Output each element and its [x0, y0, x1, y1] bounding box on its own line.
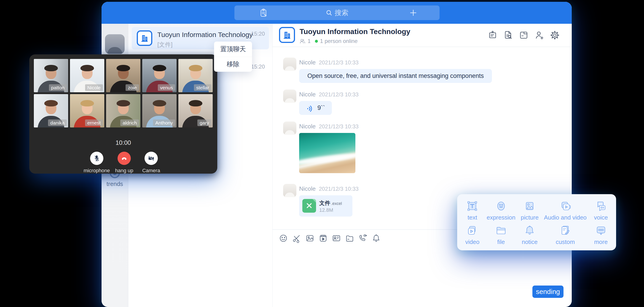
participant-tile[interactable]: zoie	[106, 59, 140, 92]
add-member-icon[interactable]	[534, 30, 544, 40]
participant-tile[interactable]: venus	[142, 59, 176, 92]
panel-item-picture[interactable]: picture	[516, 198, 544, 222]
microphone-muted-icon[interactable]	[90, 152, 103, 165]
chat-history-search-icon[interactable]	[503, 30, 514, 40]
participant-tile[interactable]: ernest	[70, 94, 104, 127]
settings-gear-icon[interactable]	[550, 30, 560, 40]
sender-avatar[interactable]	[283, 121, 296, 135]
panel-item-voice[interactable]: voice	[586, 198, 615, 222]
text-message-bubble[interactable]: Open source, free, and universal instant…	[299, 69, 492, 83]
panel-item-notice[interactable]: notice	[516, 222, 544, 247]
panel-item-text[interactable]: text	[458, 198, 487, 222]
participant-name: aldrich	[120, 119, 139, 126]
panel-item-file[interactable]: file	[487, 222, 516, 247]
message-meta: Nicole 2021/12/3 10:33	[299, 59, 358, 66]
voice-message-bubble[interactable]: 9``	[299, 101, 332, 115]
sender-avatar[interactable]	[283, 89, 296, 103]
emoji-icon[interactable]	[278, 234, 288, 243]
chat-title: Tuoyun Information Technology	[300, 27, 410, 36]
message-meta: Nicole 2021/12/3 10:33	[299, 91, 358, 98]
sender-name: Nicole	[299, 59, 316, 66]
participant-name: Anthony	[153, 119, 175, 126]
contact-card-icon[interactable]	[332, 234, 341, 243]
online-dot	[315, 40, 318, 43]
participant-name: zoie	[126, 84, 139, 91]
more-icon	[594, 224, 608, 237]
menu-item-remove[interactable]: 移除	[214, 57, 252, 72]
conversation-time: 15:20	[251, 63, 265, 70]
file-message-card[interactable]: ✕ 文件.excel 12.8M	[299, 195, 352, 217]
camera-label: Camera	[142, 168, 160, 174]
sender-avatar[interactable]	[283, 57, 296, 71]
plus-icon[interactable]	[409, 8, 418, 17]
image-message-thumbnail[interactable]	[299, 133, 356, 173]
online-status: 1 person online	[320, 38, 358, 44]
search-bar[interactable]: 搜索	[234, 5, 440, 20]
screenshot-scissors-icon[interactable]	[292, 234, 302, 243]
participant-tile[interactable]: Nicole	[70, 59, 104, 92]
organization-icon	[137, 30, 152, 46]
panel-item-expression[interactable]: expression	[487, 198, 516, 222]
participant-tile[interactable]: Anthony	[142, 94, 176, 127]
file-size: 12.8M	[319, 207, 333, 213]
search-placeholder: 搜索	[335, 8, 348, 17]
my-avatar[interactable]	[105, 34, 125, 54]
message-time: 2021/12/3 10:33	[319, 123, 358, 130]
group-notice-icon[interactable]	[487, 30, 498, 40]
audio-video-call-icon[interactable]	[358, 234, 368, 243]
panel-item-label: text	[468, 215, 477, 220]
notice-bell-icon[interactable]	[372, 234, 381, 243]
group-file-icon[interactable]	[518, 30, 529, 40]
send-file-icon[interactable]	[345, 234, 354, 243]
participant-name: venus	[158, 84, 175, 91]
voice-duration: 9``	[318, 104, 325, 111]
sender-avatar[interactable]	[283, 184, 296, 197]
topbar: 搜索	[102, 2, 572, 24]
participant-name: patton	[49, 84, 67, 91]
participant-tile[interactable]: stellar	[178, 59, 213, 92]
file-icon	[495, 224, 508, 237]
sender-name: Nicole	[299, 91, 316, 98]
camera-off-icon[interactable]	[144, 152, 158, 165]
expression-icon	[495, 200, 508, 212]
custom-icon	[559, 224, 572, 237]
call-timer: 10:00	[29, 139, 217, 146]
participant-tile[interactable]: gary	[178, 94, 213, 127]
panel-item-more[interactable]: more	[586, 222, 615, 247]
participant-tile[interactable]: aldrich	[106, 94, 140, 127]
send-button[interactable]: sending	[532, 286, 564, 298]
panel-item-video[interactable]: video	[458, 222, 487, 247]
camera-control[interactable]: Camera	[133, 152, 170, 174]
picture-icon	[523, 200, 536, 212]
panel-item-custom[interactable]: custom	[544, 222, 586, 247]
trends-label: trends	[106, 180, 123, 188]
panel-item-label: file	[497, 239, 505, 245]
voice-icon	[594, 200, 608, 212]
hangup-icon[interactable]	[118, 152, 131, 165]
video-call-overlay: patton Nicole zoie venus stellar danika …	[29, 54, 217, 174]
audio-video-icon	[559, 200, 572, 212]
panel-item-audio-video[interactable]: Audio and video	[544, 198, 586, 222]
search-icon	[326, 9, 332, 16]
group-icon	[279, 27, 295, 43]
participant-name: stellar	[194, 84, 211, 91]
send-picture-icon[interactable]	[305, 234, 315, 243]
sender-name: Nicole	[299, 185, 316, 192]
participant-tile[interactable]: patton	[34, 59, 68, 92]
participant-name: ernest	[85, 119, 103, 126]
participant-grid: patton Nicole zoie venus stellar danika …	[34, 59, 213, 127]
sender-name: Nicole	[299, 123, 316, 130]
send-video-icon[interactable]	[318, 234, 328, 243]
file-name: 文件	[319, 200, 330, 206]
members-icon	[300, 38, 306, 44]
message-time: 2021/12/3 10:33	[319, 186, 358, 192]
chat-header-actions	[487, 30, 560, 40]
panel-item-label: video	[465, 239, 479, 245]
chat-panel: Tuoyun Information Technology 1 1 person…	[272, 24, 572, 307]
panel-item-label: custom	[556, 239, 575, 245]
participant-tile[interactable]: danika	[34, 94, 68, 127]
file-extension: .excel	[331, 201, 342, 206]
menu-item-pin-chat[interactable]: 置顶聊天	[214, 41, 252, 57]
message-time: 2021/12/3 10:33	[319, 91, 358, 98]
voice-wave-icon	[306, 104, 314, 112]
